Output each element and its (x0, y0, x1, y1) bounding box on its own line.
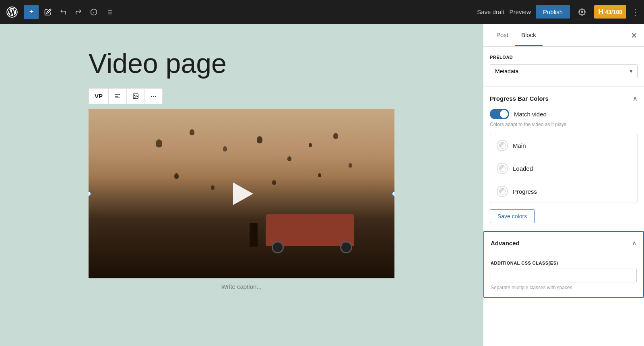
play-icon (233, 182, 253, 205)
balloon (318, 173, 321, 177)
heatmap-badge[interactable]: H 43/100 (594, 5, 626, 19)
match-video-desc: Colors adapt to the video as it plays (490, 122, 638, 127)
color-progress-label: Progress (513, 188, 537, 195)
progress-bar-collapse-button[interactable]: ∧ (633, 95, 638, 102)
balloon (223, 146, 227, 151)
page-title[interactable]: Video page (89, 48, 394, 79)
preload-label: PRELOAD (490, 55, 638, 60)
tab-post[interactable]: Post (490, 25, 515, 46)
video-thumbnail (89, 109, 394, 278)
color-circle-main (497, 140, 508, 151)
balloon (257, 136, 262, 143)
color-option-progress[interactable]: Progress (490, 180, 637, 203)
info-button[interactable] (88, 6, 100, 18)
css-class-label: ADDITIONAL CSS CLASS(ES) (491, 261, 637, 265)
wp-logo[interactable] (5, 5, 19, 19)
list-view-button[interactable] (103, 6, 115, 18)
advanced-header[interactable]: Advanced ∧ (484, 232, 643, 254)
sidebar-header: Post Block ✕ (483, 24, 644, 47)
progress-bar-title: Progress Bar Colors (490, 95, 549, 102)
caption-input[interactable] (89, 283, 394, 290)
balloon (156, 139, 162, 147)
preload-section: PRELOAD None Metadata Auto ▼ (483, 47, 644, 87)
sidebar: Post Block ✕ PRELOAD None Metadata Auto … (483, 24, 644, 346)
progress-bar-section: Progress Bar Colors ∧ Match video Colors… (483, 87, 644, 231)
edit-mode-button[interactable] (42, 6, 54, 18)
resize-handle-right[interactable] (392, 191, 394, 197)
preview-button[interactable]: Preview (510, 8, 531, 15)
advanced-collapse-button[interactable]: ∧ (632, 239, 637, 247)
block-toolbar: VP ⋯ (89, 88, 163, 104)
balloon (349, 163, 352, 168)
save-draft-button[interactable]: Save draft (477, 8, 504, 15)
progress-bar-header: Progress Bar Colors ∧ (490, 95, 638, 102)
balloon (211, 185, 215, 190)
svg-point-10 (581, 11, 583, 13)
video-block (89, 109, 394, 278)
publish-button[interactable]: Publish (536, 5, 570, 19)
balloon (272, 180, 276, 185)
redo-button[interactable] (72, 6, 85, 18)
bus-wheel-left (272, 241, 284, 253)
color-option-loaded[interactable]: Loaded (490, 157, 637, 180)
css-class-hint: Separate multiple classes with spaces. (491, 285, 637, 290)
preload-select[interactable]: None Metadata Auto (490, 64, 638, 78)
main-toolbar: + Save draft Preview Publish H 43/100 ⋮ (0, 0, 644, 24)
more-block-options-button[interactable]: ⋯ (145, 89, 162, 104)
settings-button[interactable] (575, 5, 589, 19)
bus-wheel-right (340, 241, 352, 253)
color-main-label: Main (513, 142, 526, 149)
editor-area: Video page VP ⋯ (0, 24, 483, 346)
balloon (287, 156, 291, 161)
vp-block-button[interactable]: VP (89, 89, 109, 104)
color-circle-progress (497, 186, 508, 197)
image-button[interactable] (127, 89, 145, 104)
tab-block[interactable]: Block (515, 25, 543, 46)
advanced-section: Advanced ∧ ADDITIONAL CSS CLASS(ES) Sepa… (483, 231, 644, 298)
advanced-label: Advanced (491, 240, 520, 247)
save-colors-button[interactable]: Save colors (490, 209, 535, 223)
color-options-box: Main Loaded Progress (490, 134, 638, 203)
color-option-main[interactable]: Main (490, 134, 637, 157)
match-video-toggle[interactable] (490, 109, 509, 119)
balloon (190, 129, 194, 135)
css-class-input[interactable] (491, 269, 637, 282)
svg-point-15 (134, 95, 135, 95)
more-options-button[interactable]: ⋮ (631, 7, 639, 17)
sidebar-close-button[interactable]: ✕ (631, 31, 638, 40)
undo-button[interactable] (57, 6, 69, 18)
balloon (333, 133, 338, 139)
color-circle-loaded (497, 163, 508, 174)
align-button[interactable] (109, 89, 127, 104)
preload-select-wrapper: None Metadata Auto ▼ (490, 64, 638, 78)
toggle-knob (500, 110, 508, 118)
play-button[interactable] (227, 180, 256, 208)
main-layout: Video page VP ⋯ (0, 24, 644, 346)
balloon (309, 143, 312, 147)
color-loaded-label: Loaded (513, 165, 533, 172)
add-block-button[interactable]: + (24, 5, 39, 19)
balloon (174, 173, 179, 179)
match-video-toggle-row: Match video (490, 109, 638, 119)
match-video-label: Match video (514, 111, 547, 118)
person-silhouette (250, 223, 258, 247)
advanced-body: ADDITIONAL CSS CLASS(ES) Separate multip… (484, 254, 643, 297)
